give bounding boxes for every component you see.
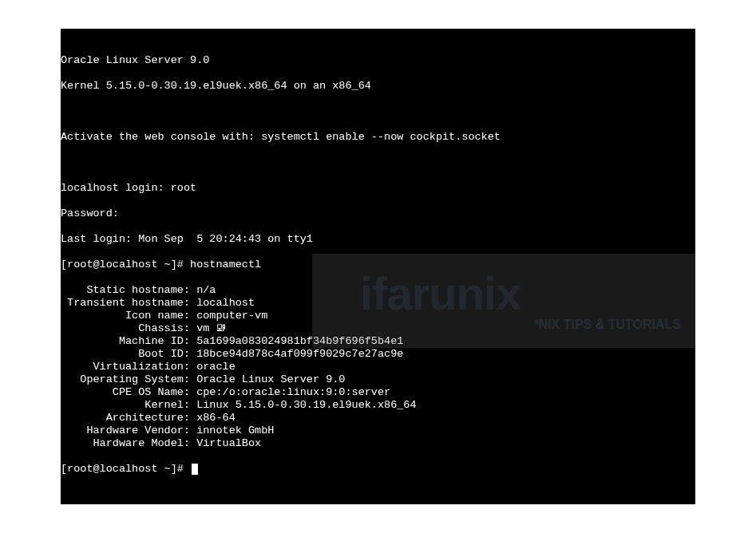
hostnamectl-sep: :	[184, 412, 196, 425]
hostnamectl-row: CPE OS Name: cpe:/o:oracle:linux:9:0:ser…	[61, 386, 695, 399]
hostnamectl-sep: :	[184, 373, 196, 386]
hostnamectl-row: Chassis: vm 🖳	[61, 322, 695, 335]
hostnamectl-output: Static hostname: n/aTransient hostname: …	[61, 284, 695, 450]
terminal-console[interactable]: Oracle Linux Server 9.0 Kernel 5.15.0-0.…	[61, 29, 695, 504]
hostnamectl-label: Hardware Vendor	[61, 425, 184, 437]
activate-webconsole: Activate the web console with: systemctl…	[61, 131, 695, 144]
hostnamectl-label: Virtualization	[61, 361, 184, 373]
hostnamectl-value: 18bce94d878c4af099f9029c7e27ac9e	[196, 348, 403, 361]
hostnamectl-sep: :	[184, 386, 196, 399]
hostnamectl-sep: :	[184, 310, 196, 322]
hostnamectl-label: Icon name	[61, 310, 184, 322]
hostnamectl-value: computer-vm	[196, 310, 267, 322]
blank-line	[61, 105, 695, 118]
hostnamectl-value: Linux 5.15.0-0.30.19.el9uek.x86_64	[196, 399, 416, 412]
hostnamectl-sep: :	[184, 297, 196, 310]
banner-os: Oracle Linux Server 9.0	[61, 54, 695, 67]
login-prompt-label: localhost login:	[61, 182, 171, 194]
command-line-1: [root@localhost ~]# hostnamectl	[61, 259, 695, 271]
hostnamectl-row: Icon name: computer-vm	[61, 310, 695, 322]
hostnamectl-row: Kernel: Linux 5.15.0-0.30.19.el9uek.x86_…	[61, 399, 695, 412]
hostnamectl-row: Operating System: Oracle Linux Server 9.…	[61, 373, 695, 386]
password-line: Password:	[61, 207, 695, 220]
hostnamectl-label: CPE OS Name	[61, 386, 184, 399]
hostnamectl-row: Machine ID: 5a1699a083024981bf34b9f696f5…	[61, 335, 695, 348]
hostnamectl-label: Architecture	[61, 412, 184, 425]
hostnamectl-label: Machine ID	[61, 335, 184, 348]
hostnamectl-label: Transient hostname	[61, 297, 184, 310]
hostnamectl-value: n/a	[196, 284, 216, 297]
hostnamectl-value: vm 🖳	[196, 322, 227, 335]
hostnamectl-sep: :	[184, 437, 196, 450]
hostnamectl-sep: :	[184, 348, 196, 361]
hostnamectl-row: Hardware Vendor: innotek GmbH	[61, 425, 695, 437]
command-line-2[interactable]: [root@localhost ~]#	[61, 463, 695, 476]
hostnamectl-sep: :	[184, 335, 196, 348]
hostnamectl-sep: :	[184, 425, 196, 437]
cursor-icon	[192, 464, 198, 475]
hostnamectl-row: Boot ID: 18bce94d878c4af099f9029c7e27ac9…	[61, 348, 695, 361]
banner-kernel: Kernel 5.15.0-0.30.19.el9uek.x86_64 on a…	[61, 80, 695, 93]
hostnamectl-sep: :	[184, 322, 196, 335]
shell-prompt: [root@localhost ~]#	[61, 259, 190, 270]
hostnamectl-sep: :	[184, 361, 196, 373]
hostnamectl-row: Architecture: x86-64	[61, 412, 695, 425]
hostnamectl-label: Chassis	[61, 322, 184, 335]
hostnamectl-label: Static hostname	[61, 284, 184, 297]
blank-line	[61, 156, 695, 169]
hostnamectl-row: Transient hostname: localhost	[61, 297, 695, 310]
hostnamectl-value: innotek GmbH	[196, 425, 274, 437]
hostnamectl-sep: :	[184, 399, 196, 412]
shell-prompt: [root@localhost ~]#	[61, 463, 190, 475]
hostnamectl-label: Boot ID	[61, 348, 184, 361]
hostnamectl-row: Virtualization: oracle	[61, 361, 695, 373]
hostnamectl-value: localhost	[196, 297, 255, 310]
hostnamectl-value: Oracle Linux Server 9.0	[196, 373, 345, 386]
hostnamectl-value: cpe:/o:oracle:linux:9:0:server	[196, 386, 390, 399]
hostnamectl-value: x86-64	[196, 412, 236, 425]
hostnamectl-label: Operating System	[61, 373, 184, 386]
hostnamectl-value: oracle	[196, 361, 236, 373]
hostnamectl-row: Hardware Model: VirtualBox	[61, 437, 695, 450]
last-login-line: Last login: Mon Sep 5 20:24:43 on tty1	[61, 233, 695, 246]
hostnamectl-row: Static hostname: n/a	[61, 284, 695, 297]
hostnamectl-value: 5a1699a083024981bf34b9f696f5b4e1	[196, 335, 403, 348]
hostnamectl-sep: :	[184, 284, 196, 297]
login-line: localhost login: root	[61, 182, 695, 195]
hostnamectl-value: VirtualBox	[196, 437, 261, 450]
hostnamectl-label: Kernel	[61, 399, 184, 412]
login-username: root	[171, 182, 196, 194]
hostnamectl-label: Hardware Model	[61, 437, 184, 450]
shell-command: hostnamectl	[190, 259, 261, 270]
